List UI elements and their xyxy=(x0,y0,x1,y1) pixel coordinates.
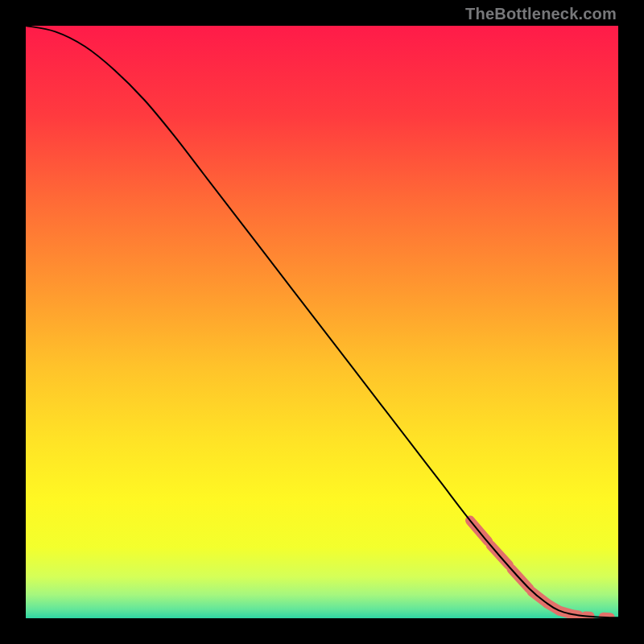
chart-curve-layer xyxy=(26,26,618,618)
curve-path xyxy=(26,26,618,617)
watermark-text: TheBottleneck.com xyxy=(465,5,617,23)
plot-area xyxy=(26,26,618,618)
marker-layer xyxy=(470,521,610,618)
chart-stage: TheBottleneck.com xyxy=(0,0,644,644)
